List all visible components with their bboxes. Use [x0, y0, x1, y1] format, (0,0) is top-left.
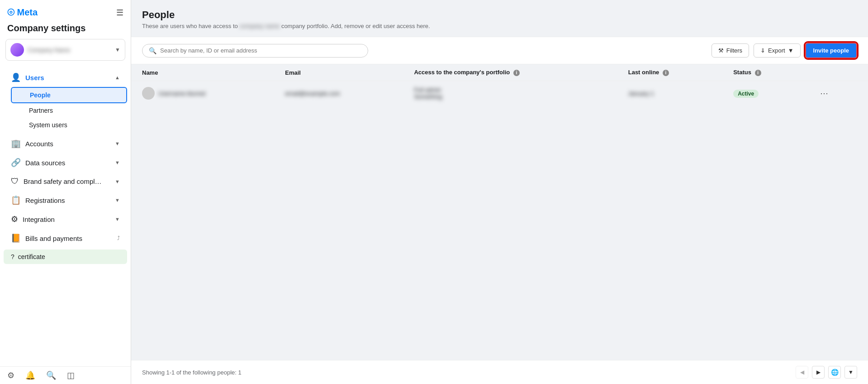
access-info-icon[interactable]: i — [513, 70, 520, 76]
company-name-blurred: company name — [239, 23, 280, 29]
last-online-info-icon[interactable]: i — [663, 70, 669, 76]
account-name: Company Name — [28, 47, 111, 53]
invite-label: Invite people — [813, 47, 849, 54]
sidebar-item-certificate[interactable]: ? certificate — [4, 250, 127, 264]
search-container: 🔍 — [142, 44, 368, 58]
brand-safety-icon: 🛡 — [11, 177, 19, 186]
system-users-label: System users — [29, 121, 67, 129]
notification-icon[interactable]: 🔔 — [25, 370, 35, 380]
main-content: People These are users who have access t… — [131, 0, 868, 384]
page-subtitle: These are users who have access to compa… — [142, 23, 857, 29]
users-icon: 👤 — [11, 72, 21, 82]
sidebar-item-partners[interactable]: Partners — [11, 103, 127, 118]
nav-section-users: 👤 Users ▲ People Partners System users — [0, 66, 131, 134]
company-title: Company settings — [0, 21, 131, 39]
sidebar-item-accounts[interactable]: 🏢 Accounts ▼ — [4, 134, 127, 153]
data-sources-icon: 🔗 — [11, 158, 21, 168]
page-title: People — [142, 9, 857, 21]
more-options-button[interactable]: ⋯ — [816, 86, 832, 100]
export-label: Export — [768, 47, 785, 54]
col-email: Email — [274, 64, 403, 81]
external-link-icon: ⤴ — [117, 235, 120, 241]
table-row: Username blurred email@example.com Full … — [131, 81, 868, 106]
sidebar-item-data-sources[interactable]: 🔗 Data sources ▼ — [4, 153, 127, 172]
meta-logo-icon: ⦾ Meta — [7, 7, 38, 18]
search-input[interactable] — [160, 47, 361, 54]
col-last-online: Last online i — [617, 64, 722, 81]
search-icon[interactable]: 🔍 — [46, 370, 56, 380]
people-label: People — [30, 91, 51, 99]
sidebar-item-brand-safety[interactable]: 🛡 Brand safety and compl… ▼ — [4, 172, 127, 191]
sidebar-bottom: ⚙ 🔔 🔍 ◫ — [0, 366, 131, 384]
integration-icon: ⚙ — [11, 214, 18, 224]
user-access: Full adminSomething — [414, 86, 442, 100]
export-icon: ⇓ — [760, 47, 765, 54]
cell-last-online: January 1 — [617, 81, 722, 106]
col-access: Access to the company's portfolio i — [403, 64, 617, 81]
cell-status: Active — [722, 81, 806, 106]
filters-label: Filters — [726, 47, 742, 54]
export-button[interactable]: ⇓ Export ▼ — [754, 43, 800, 58]
main-header: People These are users who have access t… — [131, 0, 868, 37]
users-sub-nav: People Partners System users — [0, 87, 131, 132]
sidebar-item-bills-payments[interactable]: 📙 Bills and payments ⤴ — [4, 229, 127, 248]
bills-icon: 📙 — [11, 233, 21, 243]
sidebar-item-users-label: Users — [25, 74, 110, 82]
chevron-up-icon: ▲ — [115, 75, 120, 80]
prev-page-button[interactable]: ◀ — [796, 366, 808, 379]
status-badge: Active — [733, 90, 759, 98]
chevron-down-icon: ▼ — [115, 197, 120, 203]
integration-label: Integration — [23, 216, 110, 223]
col-status: Status i — [722, 64, 806, 81]
cell-name: Username blurred — [131, 81, 274, 106]
more-pages-button[interactable]: ▼ — [844, 366, 857, 379]
account-selector[interactable]: Company Name ▼ — [5, 39, 125, 61]
user-avatar — [142, 87, 155, 100]
toolbar: 🔍 ⚒ Filters ⇓ Export ▼ Invite people — [131, 37, 868, 64]
sidebar-item-system-users[interactable]: System users — [11, 118, 127, 132]
partners-label: Partners — [29, 107, 53, 114]
export-chevron-icon: ▼ — [788, 47, 794, 54]
registrations-icon: 📋 — [11, 195, 21, 205]
invite-people-button[interactable]: Invite people — [805, 43, 857, 58]
chevron-down-icon: ▼ — [115, 216, 120, 222]
sidebar-item-integration[interactable]: ⚙ Integration ▼ — [4, 210, 127, 229]
chevron-down-icon: ▼ — [115, 47, 120, 53]
toolbar-actions: ⚒ Filters ⇓ Export ▼ Invite people — [711, 43, 857, 58]
col-actions — [806, 64, 868, 81]
sidebar-item-registrations[interactable]: 📋 Registrations ▼ — [4, 191, 127, 210]
meta-logo: ⦾ Meta — [7, 7, 38, 18]
search-icon: 🔍 — [149, 47, 157, 54]
user-last-online: January 1 — [628, 90, 654, 97]
table-footer: Showing 1-1 of the following people: 1 ◀… — [131, 360, 868, 384]
avatar — [10, 43, 24, 57]
chevron-down-icon: ▼ — [115, 141, 120, 146]
accounts-icon: 🏢 — [11, 139, 21, 149]
showing-count: Showing 1-1 of the following people: 1 — [142, 369, 242, 376]
table-container: Name Email Access to the company's portf… — [131, 64, 868, 360]
pagination: ◀ ▶ 🌐 ▼ — [796, 366, 857, 379]
search-wrapper: 🔍 — [142, 44, 368, 58]
next-page-button[interactable]: ▶ — [812, 366, 825, 379]
chevron-down-icon: ▼ — [115, 179, 120, 184]
data-sources-label: Data sources — [25, 159, 110, 167]
registrations-label: Registrations — [25, 197, 110, 204]
status-info-icon[interactable]: i — [755, 70, 761, 76]
col-name: Name — [131, 64, 274, 81]
sidebar-item-people[interactable]: People — [11, 87, 127, 103]
cell-more: ⋯ — [806, 81, 868, 106]
cell-email: email@example.com — [274, 81, 403, 106]
filters-button[interactable]: ⚒ Filters — [711, 43, 749, 58]
sidebar-item-users[interactable]: 👤 Users ▲ — [4, 68, 127, 87]
user-email: email@example.com — [285, 90, 340, 97]
hamburger-icon[interactable]: ☰ — [116, 8, 123, 18]
globe-icon[interactable]: 🌐 — [828, 366, 841, 379]
user-name: Username blurred — [158, 90, 205, 97]
grid-icon[interactable]: ◫ — [67, 370, 75, 380]
bills-label: Bills and payments — [25, 235, 113, 242]
people-table: Name Email Access to the company's portf… — [131, 64, 868, 106]
settings-icon[interactable]: ⚙ — [7, 370, 14, 380]
question-icon: ? — [11, 253, 14, 260]
chevron-down-icon: ▼ — [115, 160, 120, 165]
sidebar: ⦾ Meta ☰ Company settings Company Name ▼… — [0, 0, 131, 384]
